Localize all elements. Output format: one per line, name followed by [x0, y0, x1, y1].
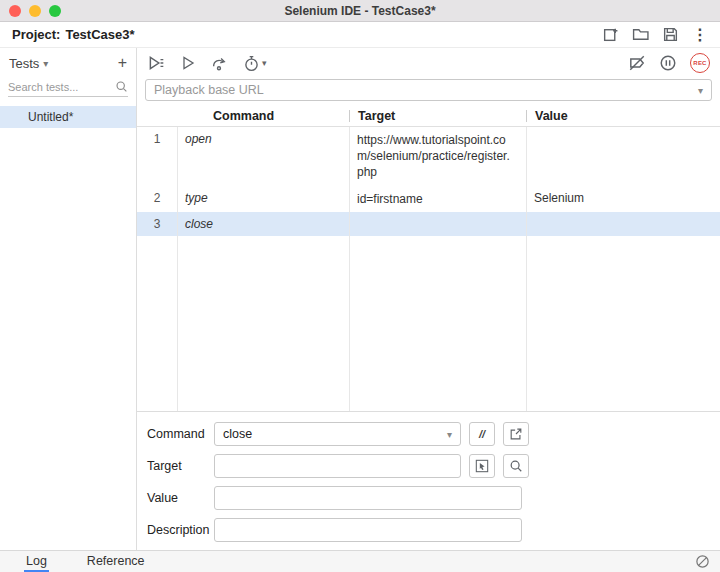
toggle-comment-button[interactable]: //: [469, 422, 495, 446]
row-number: 2: [137, 191, 177, 207]
playback-base-url-input[interactable]: [154, 83, 698, 97]
main-panel: ▾ REC: [137, 48, 720, 550]
tab-log[interactable]: Log: [24, 551, 49, 572]
value-input[interactable]: [214, 486, 522, 510]
playback-base-url-combobox[interactable]: ▾: [145, 79, 712, 101]
row-number: 3: [137, 217, 177, 231]
row-command: type: [177, 191, 349, 207]
zoom-window-button[interactable]: [49, 5, 61, 17]
step-over-icon[interactable]: [211, 55, 228, 72]
description-input[interactable]: [214, 518, 522, 542]
record-button-label: REC: [693, 60, 706, 66]
command-field-label: Command: [147, 427, 214, 441]
chevron-down-icon[interactable]: ▾: [698, 85, 703, 96]
table-row[interactable]: 1 open https://www.tutorialspoint.com/se…: [137, 127, 720, 186]
test-list-item[interactable]: Untitled*: [0, 106, 136, 128]
pause-on-exceptions-icon[interactable]: [659, 54, 677, 72]
form-row-value: Value: [147, 486, 710, 510]
disable-breakpoints-icon[interactable]: [628, 54, 646, 72]
target-input[interactable]: [214, 454, 461, 478]
target-column-header: Target: [349, 109, 526, 123]
run-current-test-icon[interactable]: [180, 55, 196, 71]
row-command: open: [177, 132, 349, 181]
sidebar-header: Tests ▾ +: [0, 48, 136, 78]
save-project-icon[interactable]: [662, 26, 679, 43]
playback-toolbar: ▾ REC: [137, 48, 720, 78]
chevron-down-icon[interactable]: ▾: [43, 58, 48, 69]
row-target: https://www.tutorialspoint.com/selenium/…: [349, 132, 526, 181]
search-box: [8, 80, 128, 97]
project-label: Project:: [12, 27, 60, 42]
chevron-down-icon: ▾: [447, 429, 452, 440]
table-row[interactable]: 2 type id=firstname Selenium: [137, 186, 720, 212]
window-controls: [9, 5, 61, 17]
new-project-icon[interactable]: [602, 26, 619, 43]
row-command: close: [177, 217, 349, 231]
form-row-target: Target: [147, 454, 710, 478]
close-window-button[interactable]: [9, 5, 21, 17]
row-number: 1: [137, 132, 177, 181]
tests-dropdown[interactable]: Tests: [9, 56, 39, 71]
value-column-header: Value: [526, 109, 720, 123]
row-value: [526, 217, 720, 231]
command-column-header: Command: [177, 109, 349, 123]
project-bar: Project:TestCase3* ⋮: [0, 22, 720, 48]
value-field-label: Value: [147, 491, 214, 505]
toolbar-left: ▾: [147, 54, 267, 72]
record-button[interactable]: REC: [690, 53, 710, 73]
menu-kebab-icon[interactable]: ⋮: [692, 27, 708, 43]
command-select-value: close: [223, 427, 447, 441]
description-field-label: Description: [147, 523, 214, 537]
project-title: Project:TestCase3*: [12, 27, 135, 42]
command-select[interactable]: close ▾: [214, 422, 461, 446]
project-name: TestCase3*: [65, 27, 134, 42]
toolbar-right: REC: [628, 53, 710, 73]
add-test-button[interactable]: +: [118, 54, 127, 72]
search-tests-input[interactable]: [8, 81, 115, 93]
form-row-description: Description: [147, 518, 710, 542]
body-area: Tests ▾ + Untitled*: [0, 48, 720, 550]
search-target-icon[interactable]: [503, 454, 529, 478]
tab-reference[interactable]: Reference: [85, 551, 147, 572]
select-target-icon[interactable]: [469, 454, 495, 478]
target-field-label: Target: [147, 459, 214, 473]
test-speed-control[interactable]: ▾: [243, 55, 267, 72]
footer-bar: Log Reference: [0, 550, 720, 572]
command-edit-form: Command close ▾ // Target: [137, 411, 720, 550]
row-target: id=firstname: [349, 191, 526, 207]
chevron-down-icon: ▾: [262, 58, 267, 68]
search-icon: [115, 80, 128, 93]
clear-log-icon[interactable]: [695, 554, 710, 569]
form-row-command: Command close ▾ //: [147, 422, 710, 446]
run-all-tests-icon[interactable]: [147, 54, 165, 72]
row-value: Selenium: [526, 191, 720, 207]
tests-sidebar: Tests ▾ + Untitled*: [0, 48, 137, 550]
minimize-window-button[interactable]: [29, 5, 41, 17]
open-reference-icon[interactable]: [503, 422, 529, 446]
command-table: Command Target Value 1 open https://www.…: [137, 105, 720, 411]
row-target: [349, 217, 526, 231]
row-value: [526, 132, 720, 181]
command-table-header: Command Target Value: [137, 105, 720, 127]
titlebar: Selenium IDE - TestCase3*: [0, 0, 720, 22]
project-actions: ⋮: [602, 26, 708, 43]
open-project-icon[interactable]: [632, 26, 649, 43]
test-list: Untitled*: [0, 106, 136, 128]
window-title: Selenium IDE - TestCase3*: [284, 4, 435, 18]
selenium-ide-window: Selenium IDE - TestCase3* Project:TestCa…: [0, 0, 720, 572]
table-row-selected[interactable]: 3 close: [137, 212, 720, 236]
